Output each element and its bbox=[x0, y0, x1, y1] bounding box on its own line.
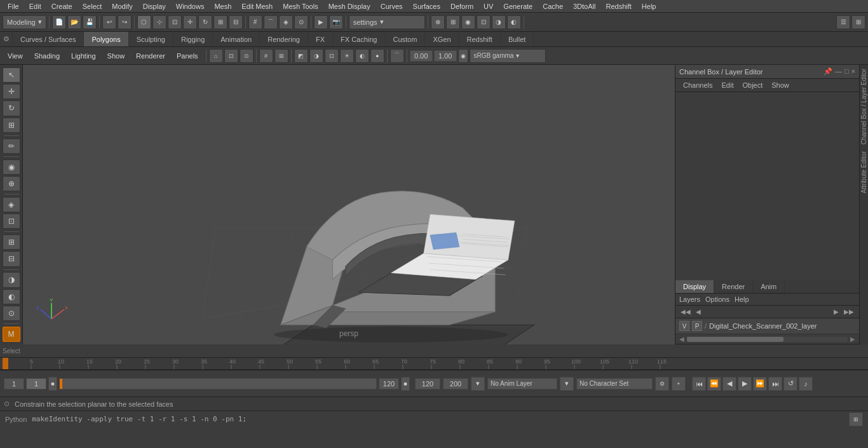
snap-grid-button[interactable]: # bbox=[248, 15, 262, 29]
snap-curve-button[interactable]: ⌒ bbox=[264, 15, 278, 29]
shadow-toggle-button[interactable]: ◐ bbox=[355, 49, 369, 63]
snap-live-dropdown[interactable]: settings ▾ bbox=[349, 15, 425, 29]
cb-menu-object[interactable]: Object bbox=[738, 81, 766, 90]
hud-toggle-button[interactable]: ⊞ bbox=[275, 49, 288, 63]
menu-cache[interactable]: Cache bbox=[538, 1, 568, 11]
layer-scroll-left[interactable]: ◀ bbox=[678, 336, 686, 343]
menu-mesh-display[interactable]: Mesh Display bbox=[323, 1, 376, 11]
goto-start-button[interactable]: ⏮ bbox=[692, 377, 706, 391]
tab-display[interactable]: Display bbox=[675, 280, 714, 293]
next-frame-button[interactable]: ⏩ bbox=[753, 377, 767, 391]
options-menu[interactable]: Options bbox=[705, 295, 729, 303]
play-forward-button[interactable]: ▶ bbox=[738, 377, 752, 391]
char-set-add-btn[interactable]: + bbox=[672, 377, 686, 391]
menu-create[interactable]: Create bbox=[46, 1, 78, 11]
select-mode-button[interactable]: ↖ bbox=[3, 67, 20, 83]
help-menu[interactable]: Help bbox=[735, 295, 749, 303]
attr-editor-toggle[interactable]: ⊞ bbox=[851, 15, 865, 29]
shading-quality-button[interactable]: ◑ bbox=[309, 49, 323, 63]
tab-xgen[interactable]: XGen bbox=[425, 32, 459, 46]
camera-home-button[interactable]: ⌂ bbox=[209, 49, 223, 63]
undo-button[interactable]: ↩ bbox=[102, 15, 116, 29]
tab-sculpting[interactable]: Sculpting bbox=[129, 32, 173, 46]
frame-end-range-input[interactable] bbox=[379, 378, 399, 390]
paint-brush-button[interactable]: ✏ bbox=[3, 139, 20, 154]
menu-curves[interactable]: Curves bbox=[376, 1, 408, 11]
timeline-area[interactable]: 5 10 15 20 25 30 35 40 45 50 55 60 65 70… bbox=[0, 357, 868, 370]
channel-box-toggle[interactable]: ☰ bbox=[836, 15, 850, 29]
move-tool-button[interactable]: ✛ bbox=[183, 15, 197, 29]
shadow-button[interactable]: ◑ bbox=[492, 15, 506, 29]
tab-fx[interactable]: FX bbox=[308, 32, 333, 46]
menu-file[interactable]: File bbox=[3, 1, 24, 11]
rotate-tool-button[interactable]: ↻ bbox=[198, 15, 212, 29]
viewport-menu-shading[interactable]: Shading bbox=[29, 51, 65, 61]
open-file-button[interactable]: 📂 bbox=[67, 15, 81, 29]
soft-select-button[interactable]: ◉ bbox=[3, 160, 20, 175]
tab-settings-gear[interactable]: ⚙ bbox=[0, 32, 13, 46]
grid-toggle-button[interactable]: # bbox=[259, 49, 273, 63]
python-expand-button[interactable]: ⊞ bbox=[849, 412, 863, 426]
viewport-menu-renderer[interactable]: Renderer bbox=[131, 51, 170, 61]
menu-select[interactable]: Select bbox=[78, 1, 107, 11]
menu-surfaces[interactable]: Surfaces bbox=[408, 1, 445, 11]
menu-windows[interactable]: Windows bbox=[171, 1, 210, 11]
snap-to-poly-button[interactable]: ◈ bbox=[3, 197, 20, 212]
snap-together-button[interactable]: ⊡ bbox=[3, 214, 20, 229]
timeline-scrubber[interactable] bbox=[59, 378, 377, 390]
loop-toggle[interactable]: ↺ bbox=[783, 377, 797, 391]
anim-layer-dropdown[interactable]: No Anim Layer bbox=[487, 378, 557, 390]
playback-speed-input[interactable] bbox=[443, 378, 468, 390]
wireframe-button[interactable]: ⊞ bbox=[446, 15, 460, 29]
snap-view-button[interactable]: ⊙ bbox=[294, 15, 308, 29]
move-tool-left[interactable]: ✛ bbox=[3, 84, 20, 99]
light-quality-button[interactable]: ☀ bbox=[340, 49, 354, 63]
camera-button[interactable]: 📷 bbox=[329, 15, 343, 29]
layer-next-button[interactable]: ▶ bbox=[832, 308, 840, 316]
scale-tool-button[interactable]: ⊞ bbox=[214, 15, 227, 29]
tab-animation[interactable]: Animation bbox=[213, 32, 260, 46]
snap-point-button[interactable]: ◈ bbox=[279, 15, 293, 29]
tab-curves-surfaces[interactable]: Curves / Surfaces bbox=[13, 32, 84, 46]
viewport-menu-panels[interactable]: Panels bbox=[172, 51, 203, 61]
texture-display-button[interactable]: ⊡ bbox=[325, 49, 339, 63]
tab-render[interactable]: Render bbox=[714, 280, 753, 293]
tab-bullet[interactable]: Bullet bbox=[501, 32, 534, 46]
viewport-menu-show[interactable]: Show bbox=[102, 51, 130, 61]
python-command[interactable]: makeIdentity -apply true -t 1 -r 1 -s 1 … bbox=[32, 415, 844, 423]
xray-button[interactable]: ⊕ bbox=[431, 15, 445, 29]
menu-modify[interactable]: Modify bbox=[107, 1, 137, 11]
camera-y-input[interactable] bbox=[434, 50, 457, 62]
texture-button[interactable]: ⊡ bbox=[477, 15, 491, 29]
motion-trail-button[interactable]: ⌒ bbox=[390, 49, 404, 63]
char-set-arrow[interactable]: ▾ bbox=[560, 377, 574, 391]
redo-button[interactable]: ↪ bbox=[118, 15, 132, 29]
color-space-dropdown[interactable]: sRGB gamma ▾ bbox=[470, 49, 546, 63]
tab-polygons[interactable]: Polygons bbox=[84, 32, 128, 46]
tab-anim[interactable]: Anim bbox=[753, 280, 785, 293]
viewport-menu-view[interactable]: View bbox=[3, 51, 28, 61]
component-select-button[interactable]: ⊞ bbox=[3, 234, 20, 250]
goto-end-button[interactable]: ⏭ bbox=[768, 377, 782, 391]
face-select-button[interactable]: ⊟ bbox=[3, 251, 20, 266]
scale-tool-left[interactable]: ⊞ bbox=[3, 118, 20, 133]
layer-scroll-right[interactable]: ▶ bbox=[849, 336, 857, 343]
tab-rigging[interactable]: Rigging bbox=[173, 32, 213, 46]
camera-x-input[interactable] bbox=[410, 50, 433, 62]
prev-frame-button[interactable]: ⏪ bbox=[707, 377, 721, 391]
paint-select-button[interactable]: ⊡ bbox=[168, 15, 182, 29]
render-button[interactable]: ▶ bbox=[314, 15, 328, 29]
char-set-option-btn[interactable]: ⚙ bbox=[655, 377, 669, 391]
lasso-select-button[interactable]: ⊹ bbox=[153, 15, 166, 29]
close-right-panel-button[interactable]: × bbox=[851, 67, 855, 76]
display-wire-button[interactable]: ⊙ bbox=[3, 306, 20, 321]
layer-playback-toggle[interactable]: P bbox=[692, 321, 702, 331]
attr-editor-side-label[interactable]: Attribute Editor bbox=[859, 149, 868, 196]
menu-edit[interactable]: Edit bbox=[24, 1, 46, 11]
new-scene-button[interactable]: 📄 bbox=[52, 15, 66, 29]
frame-current-indicator[interactable] bbox=[26, 378, 46, 390]
tab-custom[interactable]: Custom bbox=[386, 32, 426, 46]
menu-deform[interactable]: Deform bbox=[445, 1, 478, 11]
menu-edit-mesh[interactable]: Edit Mesh bbox=[236, 1, 278, 11]
symmetry-button[interactable]: ⊕ bbox=[3, 176, 20, 191]
